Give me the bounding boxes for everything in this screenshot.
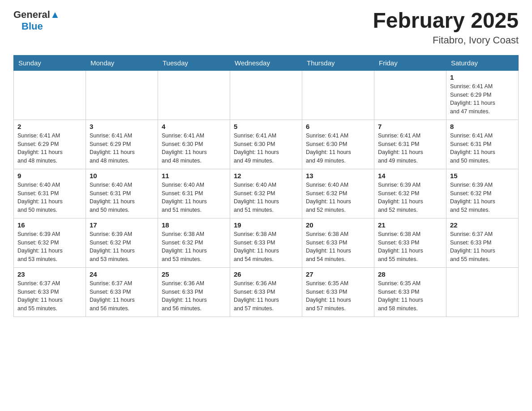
day-number: 16 [17, 221, 82, 229]
day-info: Sunrise: 6:41 AMSunset: 6:31 PMDaylight:… [378, 132, 442, 165]
day-info: Sunrise: 6:40 AMSunset: 6:31 PMDaylight:… [162, 181, 226, 214]
day-number: 5 [234, 123, 298, 130]
title-block: February 2025 Fitabro, Ivory Coast [373, 9, 519, 46]
day-info: Sunrise: 6:41 AMSunset: 6:30 PMDaylight:… [234, 132, 298, 165]
calendar-week-row: 23Sunrise: 6:37 AMSunset: 6:33 PMDayligh… [14, 267, 519, 317]
day-number: 7 [378, 123, 442, 130]
calendar-table: Sunday Monday Tuesday Wednesday Thursday… [13, 55, 519, 317]
calendar-header-row: Sunday Monday Tuesday Wednesday Thursday… [14, 55, 519, 70]
table-row [230, 70, 302, 120]
day-number: 11 [162, 172, 226, 180]
day-number: 14 [378, 172, 442, 180]
table-row: 24Sunrise: 6:37 AMSunset: 6:33 PMDayligh… [86, 267, 158, 317]
day-number: 17 [90, 221, 154, 229]
calendar-week-row: 16Sunrise: 6:39 AMSunset: 6:32 PMDayligh… [14, 218, 519, 267]
calendar-week-row: 2Sunrise: 6:41 AMSunset: 6:29 PMDaylight… [14, 120, 519, 169]
table-row [446, 267, 519, 317]
day-number: 2 [17, 123, 82, 130]
day-info: Sunrise: 6:39 AMSunset: 6:32 PMDaylight:… [450, 181, 515, 214]
day-number: 1 [450, 73, 515, 81]
table-row: 27Sunrise: 6:35 AMSunset: 6:33 PMDayligh… [302, 267, 374, 317]
table-row: 8Sunrise: 6:41 AMSunset: 6:31 PMDaylight… [446, 120, 519, 169]
day-number: 4 [162, 123, 226, 130]
table-row: 14Sunrise: 6:39 AMSunset: 6:32 PMDayligh… [374, 169, 446, 218]
day-info: Sunrise: 6:38 AMSunset: 6:32 PMDaylight:… [162, 230, 226, 264]
table-row [14, 70, 86, 120]
day-info: Sunrise: 6:38 AMSunset: 6:33 PMDaylight:… [234, 230, 298, 264]
day-number: 19 [234, 221, 298, 229]
day-number: 12 [234, 172, 298, 180]
day-number: 13 [306, 172, 370, 180]
col-monday: Monday [86, 55, 158, 70]
col-thursday: Thursday [302, 55, 374, 70]
day-number: 18 [162, 221, 226, 229]
day-info: Sunrise: 6:39 AMSunset: 6:32 PMDaylight:… [17, 230, 82, 264]
month-year-title: February 2025 [373, 9, 519, 33]
table-row: 26Sunrise: 6:36 AMSunset: 6:33 PMDayligh… [230, 267, 302, 317]
table-row: 25Sunrise: 6:36 AMSunset: 6:33 PMDayligh… [158, 267, 230, 317]
table-row [302, 70, 374, 120]
day-info: Sunrise: 6:35 AMSunset: 6:33 PMDaylight:… [306, 279, 370, 313]
table-row: 13Sunrise: 6:40 AMSunset: 6:32 PMDayligh… [302, 169, 374, 218]
day-info: Sunrise: 6:41 AMSunset: 6:29 PMDaylight:… [450, 82, 515, 116]
day-number: 28 [378, 270, 442, 278]
day-info: Sunrise: 6:41 AMSunset: 6:29 PMDaylight:… [90, 132, 154, 165]
col-sunday: Sunday [14, 55, 86, 70]
day-number: 23 [17, 270, 82, 278]
col-friday: Friday [374, 55, 446, 70]
table-row: 16Sunrise: 6:39 AMSunset: 6:32 PMDayligh… [14, 218, 86, 267]
day-info: Sunrise: 6:40 AMSunset: 6:32 PMDaylight:… [234, 181, 298, 214]
day-number: 24 [90, 270, 154, 278]
table-row: 28Sunrise: 6:35 AMSunset: 6:33 PMDayligh… [374, 267, 446, 317]
table-row: 2Sunrise: 6:41 AMSunset: 6:29 PMDaylight… [14, 120, 86, 169]
table-row: 7Sunrise: 6:41 AMSunset: 6:31 PMDaylight… [374, 120, 446, 169]
day-info: Sunrise: 6:41 AMSunset: 6:30 PMDaylight:… [162, 132, 226, 165]
logo: General▲ Blue [13, 9, 60, 32]
day-info: Sunrise: 6:39 AMSunset: 6:32 PMDaylight:… [378, 181, 442, 214]
col-wednesday: Wednesday [230, 55, 302, 70]
location-subtitle: Fitabro, Ivory Coast [373, 34, 519, 46]
table-row: 9Sunrise: 6:40 AMSunset: 6:31 PMDaylight… [14, 169, 86, 218]
col-tuesday: Tuesday [158, 55, 230, 70]
day-info: Sunrise: 6:40 AMSunset: 6:32 PMDaylight:… [306, 181, 370, 214]
col-saturday: Saturday [446, 55, 519, 70]
calendar-week-row: 9Sunrise: 6:40 AMSunset: 6:31 PMDaylight… [14, 169, 519, 218]
day-info: Sunrise: 6:36 AMSunset: 6:33 PMDaylight:… [162, 279, 226, 313]
table-row: 19Sunrise: 6:38 AMSunset: 6:33 PMDayligh… [230, 218, 302, 267]
table-row: 12Sunrise: 6:40 AMSunset: 6:32 PMDayligh… [230, 169, 302, 218]
table-row [374, 70, 446, 120]
table-row: 4Sunrise: 6:41 AMSunset: 6:30 PMDaylight… [158, 120, 230, 169]
day-number: 6 [306, 123, 370, 130]
day-info: Sunrise: 6:40 AMSunset: 6:31 PMDaylight:… [90, 181, 154, 214]
day-info: Sunrise: 6:38 AMSunset: 6:33 PMDaylight:… [378, 230, 442, 264]
day-info: Sunrise: 6:38 AMSunset: 6:33 PMDaylight:… [306, 230, 370, 264]
day-info: Sunrise: 6:35 AMSunset: 6:33 PMDaylight:… [378, 279, 442, 313]
day-info: Sunrise: 6:36 AMSunset: 6:33 PMDaylight:… [234, 279, 298, 313]
table-row: 20Sunrise: 6:38 AMSunset: 6:33 PMDayligh… [302, 218, 374, 267]
day-number: 20 [306, 221, 370, 229]
day-info: Sunrise: 6:37 AMSunset: 6:33 PMDaylight:… [90, 279, 154, 313]
day-info: Sunrise: 6:41 AMSunset: 6:29 PMDaylight:… [17, 132, 82, 165]
day-info: Sunrise: 6:41 AMSunset: 6:30 PMDaylight:… [306, 132, 370, 165]
logo-blue-text: Blue [21, 21, 43, 32]
table-row: 5Sunrise: 6:41 AMSunset: 6:30 PMDaylight… [230, 120, 302, 169]
table-row: 6Sunrise: 6:41 AMSunset: 6:30 PMDaylight… [302, 120, 374, 169]
day-number: 9 [17, 172, 82, 180]
logo-general-text: General▲ [13, 9, 60, 21]
table-row: 11Sunrise: 6:40 AMSunset: 6:31 PMDayligh… [158, 169, 230, 218]
day-number: 3 [90, 123, 154, 130]
table-row: 3Sunrise: 6:41 AMSunset: 6:29 PMDaylight… [86, 120, 158, 169]
day-number: 22 [450, 221, 515, 229]
day-number: 21 [378, 221, 442, 229]
table-row: 21Sunrise: 6:38 AMSunset: 6:33 PMDayligh… [374, 218, 446, 267]
day-number: 8 [450, 123, 515, 130]
day-info: Sunrise: 6:37 AMSunset: 6:33 PMDaylight:… [450, 230, 515, 264]
table-row [86, 70, 158, 120]
table-row: 1Sunrise: 6:41 AMSunset: 6:29 PMDaylight… [446, 70, 519, 120]
table-row: 22Sunrise: 6:37 AMSunset: 6:33 PMDayligh… [446, 218, 519, 267]
table-row: 18Sunrise: 6:38 AMSunset: 6:32 PMDayligh… [158, 218, 230, 267]
day-info: Sunrise: 6:40 AMSunset: 6:31 PMDaylight:… [17, 181, 82, 214]
table-row [158, 70, 230, 120]
day-info: Sunrise: 6:41 AMSunset: 6:31 PMDaylight:… [450, 132, 515, 165]
table-row: 15Sunrise: 6:39 AMSunset: 6:32 PMDayligh… [446, 169, 519, 218]
